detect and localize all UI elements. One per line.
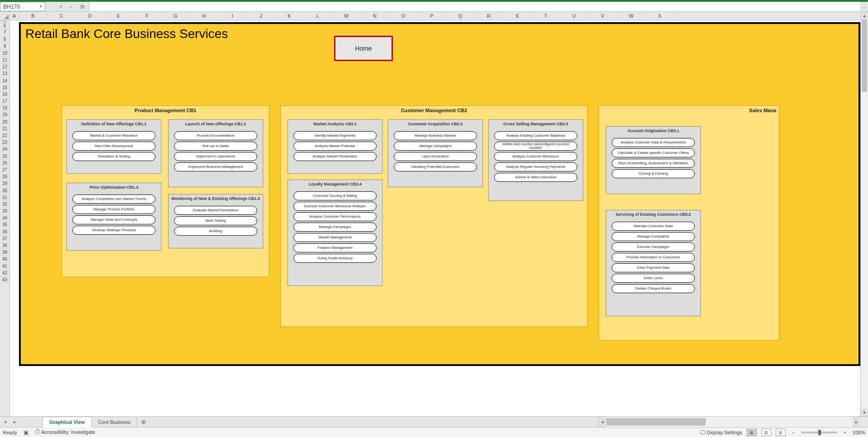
row-header[interactable]: 13 — [0, 70, 9, 77]
column-header[interactable]: P — [418, 12, 446, 20]
service-pill[interactable]: Identify Market Segments — [293, 131, 376, 140]
column-header[interactable]: W — [617, 12, 646, 20]
tab-nav-next-icon[interactable]: ► — [10, 417, 20, 427]
formula-input[interactable] — [89, 2, 860, 11]
row-header[interactable]: 15 — [0, 84, 9, 91]
worksheet[interactable]: Retail Bank Core Business Services Home … — [10, 20, 860, 416]
service-pill[interactable]: Calculate & Create specific Customer Off… — [612, 148, 694, 157]
row-header[interactable]: 14 — [0, 77, 9, 84]
home-button[interactable]: Home — [334, 36, 393, 61]
service-pill[interactable]: Simulation & Testing — [72, 152, 155, 161]
column-header[interactable]: M — [332, 12, 361, 20]
service-pill[interactable]: Auditing — [174, 227, 257, 236]
column-header[interactable]: R — [475, 12, 503, 20]
service-pill[interactable]: Evaluate Market Penetration — [174, 206, 257, 215]
row-header[interactable]: 37 — [0, 235, 9, 242]
row-header[interactable]: 19 — [0, 111, 9, 118]
column-header[interactable]: G — [161, 12, 190, 20]
row-header[interactable]: 43 — [0, 276, 9, 283]
service-pill[interactable]: Implement Business Management — [174, 162, 257, 171]
column-header[interactable]: B — [19, 12, 47, 20]
hscroll-thumb[interactable] — [606, 418, 706, 426]
tab-nav-prev-icon[interactable]: ◄ — [0, 417, 10, 427]
service-pill[interactable]: Manage Complaints — [612, 232, 694, 241]
service-pill[interactable]: Valuating Potential Customers — [394, 162, 476, 171]
row-header[interactable]: 23 — [0, 139, 9, 146]
row-header[interactable]: 40 — [0, 256, 9, 262]
horizontal-scrollbar[interactable]: ◄ ► — [598, 417, 860, 427]
row-header[interactable]: 39 — [0, 249, 9, 256]
tab-graphical-view[interactable]: Graphical View — [42, 417, 92, 428]
column-header[interactable]: T — [532, 12, 560, 20]
service-pill[interactable]: Provide Information to Customers — [612, 253, 694, 262]
vscroll-thumb[interactable] — [862, 19, 867, 92]
service-pill[interactable]: Execute Campaigns — [612, 242, 694, 252]
row-header[interactable]: 33 — [0, 208, 9, 214]
column-header[interactable]: I — [218, 12, 247, 20]
column-header[interactable]: A — [10, 12, 19, 20]
enter-formula-icon[interactable]: ✓ — [68, 4, 74, 10]
view-page-layout-icon[interactable]: ▤ — [761, 429, 771, 436]
fx-icon[interactable]: fx — [78, 4, 85, 10]
row-header[interactable]: 41 — [0, 263, 9, 270]
row-header[interactable]: 30 — [0, 187, 9, 194]
view-normal-icon[interactable]: ▦ — [747, 429, 757, 436]
tab-core-business[interactable]: Core Business — [92, 417, 137, 427]
service-pill[interactable]: Analyse Regular Incoming Payments — [494, 162, 577, 171]
service-pill[interactable]: Enter Payment Data — [612, 263, 694, 272]
row-header[interactable]: 31 — [0, 194, 9, 201]
name-box-dropdown-icon[interactable]: ▼ — [38, 3, 44, 10]
zoom-slider[interactable] — [801, 432, 837, 433]
service-pill[interactable]: Maintain Customer Data — [612, 222, 694, 231]
service-pill[interactable]: Analyse Market Potential — [293, 142, 376, 151]
row-header[interactable]: 25 — [0, 153, 9, 160]
service-pill[interactable]: Going Public Advisory — [293, 254, 376, 263]
row-header[interactable]: 7 — [0, 29, 9, 36]
scroll-left-icon[interactable]: ◄ — [599, 417, 606, 427]
scroll-up-icon[interactable]: ▲ — [861, 12, 868, 19]
column-header[interactable]: H — [190, 12, 218, 20]
column-header[interactable]: E — [104, 12, 133, 20]
service-pill[interactable]: Manage Campaigns — [293, 223, 376, 232]
view-page-break-icon[interactable]: ▥ — [776, 429, 786, 436]
row-header[interactable]: 42 — [0, 270, 9, 276]
row-header[interactable]: 28 — [0, 173, 9, 180]
row-header[interactable]: 38 — [0, 242, 9, 249]
column-header[interactable]: X — [646, 12, 674, 20]
service-pill[interactable]: Advice & Sales Execution — [494, 173, 577, 182]
column-header[interactable]: O — [389, 12, 418, 20]
service-pill[interactable]: Manage Ideas and Concepts — [72, 215, 155, 224]
row-header[interactable]: 10 — [0, 50, 9, 57]
service-pill[interactable]: Implement in Operations — [174, 152, 257, 161]
service-pill[interactable]: Analyse Customer Data & Requirements — [612, 138, 694, 147]
row-header[interactable]: 29 — [0, 180, 9, 187]
scroll-down-icon[interactable]: ▼ — [861, 408, 868, 416]
row-header[interactable]: 8 — [0, 36, 9, 43]
column-header[interactable]: F — [133, 12, 161, 20]
service-pill[interactable]: Lead Generation — [394, 152, 476, 161]
row-header[interactable]: 35 — [0, 221, 9, 228]
service-pill[interactable]: Develop Strategic Products — [72, 226, 155, 235]
row-header[interactable]: 26 — [0, 160, 9, 166]
column-header[interactable]: D — [76, 12, 104, 20]
row-header[interactable]: 11 — [0, 57, 9, 63]
column-header[interactable]: S — [503, 12, 532, 20]
row-header[interactable]: 9 — [0, 43, 9, 50]
service-pill[interactable]: Risk Underwriting, Assessment & Validati… — [612, 159, 694, 168]
row-header[interactable]: 36 — [0, 228, 9, 235]
row-header[interactable]: 6 — [0, 22, 9, 29]
service-pill[interactable]: Closing & Funding — [612, 169, 694, 178]
service-pill[interactable]: Wealth Management — [293, 233, 376, 242]
row-header[interactable]: 16 — [0, 91, 9, 98]
column-header[interactable]: U — [560, 12, 589, 20]
zoom-slider-knob[interactable] — [818, 430, 821, 435]
row-header[interactable]: 17 — [0, 98, 9, 104]
service-pill[interactable]: Analyse Competition and Market Trends — [72, 195, 155, 204]
formula-bar-expand-icon[interactable]: ⌄ — [860, 2, 868, 11]
status-accessibility[interactable]: ⓘ Accessibility: Investigate — [35, 428, 95, 436]
column-header[interactable]: J — [247, 12, 275, 20]
service-pill[interactable]: Market & Customer Research — [72, 131, 155, 140]
service-pill[interactable]: Deliver Cheque Books — [612, 284, 694, 293]
service-pill[interactable]: Analyse Market Penetration — [293, 152, 376, 161]
row-header[interactable]: 27 — [0, 166, 9, 173]
